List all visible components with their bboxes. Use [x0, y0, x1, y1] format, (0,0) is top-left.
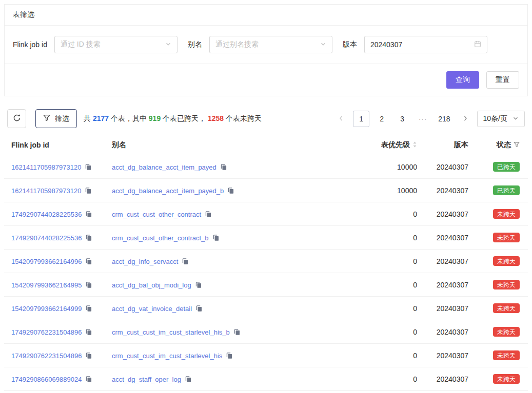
pagination-ellipsis[interactable]: ··· [415, 111, 431, 127]
table-summary: 共 2177 个表，其中 919 个表已跨天， 1258 个表未跨天 [84, 114, 262, 123]
copy-icon[interactable] [195, 305, 203, 312]
job-id-link[interactable]: 1749290866069889024 [11, 376, 82, 383]
alias-cell: acct_dg_vat_invoice_detail [105, 297, 368, 320]
alias-select[interactable]: 通过别名搜索 [209, 36, 332, 53]
job-id-link[interactable]: 1542097993662164999 [11, 305, 82, 313]
alias-link[interactable]: acct_dg_balance_acct_item_payed [112, 163, 216, 171]
job-id-cell: 1621411705987973120 [4, 155, 105, 179]
copy-icon[interactable] [85, 281, 92, 288]
alias-link[interactable]: crm_cust_cust_other_contract_b [112, 234, 209, 242]
version-cell: 20240307 [425, 226, 477, 250]
page-button-2[interactable]: 2 [373, 111, 390, 127]
alias-field: 别名 通过别名搜索 [188, 36, 332, 53]
table-row: 1749290762231504896 crm_cust_cust_im_cus… [4, 320, 528, 344]
table-row: 1542097993662164996 acct_dg_info_servacc… [4, 250, 528, 273]
version-value: 20240307 [370, 40, 402, 49]
alias-cell: acct_dg_balance_acct_item_payed_b [105, 179, 368, 202]
summary-crossed: 919 [149, 114, 161, 122]
page-button-218[interactable]: 218 [435, 111, 453, 127]
job-id-select[interactable]: 通过 ID 搜索 [54, 36, 178, 53]
page: 表筛选 Flink job id 通过 ID 搜索 别名 通过别名搜索 [0, 0, 532, 393]
copy-icon[interactable] [220, 163, 227, 171]
page-button-1[interactable]: 1 [353, 111, 369, 127]
copy-icon[interactable] [227, 187, 234, 194]
status-badge: 未跨天 [493, 374, 520, 384]
status-badge: 未跨天 [493, 327, 520, 337]
copy-icon[interactable] [85, 328, 92, 336]
alias-link[interactable]: acct_dg_balance_acct_item_payed_b [112, 187, 224, 195]
copy-icon[interactable] [185, 376, 192, 383]
table-row: 1749290762231504896 crm_cust_cust_im_cus… [4, 344, 528, 367]
alias-link[interactable]: acct_dg_bal_obj_modi_log [112, 281, 191, 289]
job-id-link[interactable]: 1749290762231504896 [11, 352, 82, 360]
copy-icon[interactable] [85, 352, 92, 359]
copy-icon[interactable] [85, 211, 92, 218]
version-date-input[interactable]: 20240307 [364, 36, 487, 53]
copy-icon[interactable] [205, 211, 212, 218]
alias-link[interactable]: acct_dg_info_servacct [112, 258, 178, 265]
status-badge: 未跨天 [493, 256, 520, 266]
status-badge: 未跨天 [493, 303, 520, 313]
copy-icon[interactable] [195, 281, 202, 288]
status-cell: 未跨天 [477, 273, 528, 297]
alias-link[interactable]: acct_dg_staff_oper_log [112, 376, 181, 383]
reset-button[interactable]: 重置 [486, 71, 519, 89]
refresh-button[interactable] [7, 109, 26, 128]
alias-cell: acct_dg_bal_obj_modi_log [105, 273, 368, 297]
job-id-link[interactable]: 1621411705987973120 [11, 187, 81, 195]
alias-link[interactable]: acct_dg_vat_invoice_detail [112, 305, 192, 313]
job-id-link[interactable]: 1542097993662164995 [11, 281, 82, 289]
filter-toggle-button[interactable]: 筛选 [35, 109, 77, 128]
refresh-icon [13, 114, 21, 123]
table-row: 1542097993662164999 acct_dg_vat_invoice_… [4, 297, 528, 320]
copy-icon[interactable] [85, 163, 92, 171]
job-id-link[interactable]: 1749290744028225536 [11, 211, 82, 218]
job-id-link[interactable]: 1542097993662164996 [11, 258, 82, 265]
alias-cell: acct_dg_staff_oper_log [105, 367, 368, 391]
copy-icon[interactable] [226, 352, 233, 359]
copy-icon[interactable] [233, 328, 241, 336]
filter-toggle-label: 筛选 [55, 114, 69, 123]
table-row: 1749290866069889024 acct_dg_staff_oper_l… [4, 367, 528, 391]
priority-cell: 0 [368, 367, 425, 391]
status-badge: 未跨天 [493, 350, 520, 360]
summary-text: 个表已跨天， [161, 114, 208, 122]
copy-icon[interactable] [85, 376, 92, 383]
job-id-cell: 1749290744028225536 [4, 226, 105, 250]
sort-icon[interactable] [412, 141, 417, 150]
prev-page-button[interactable] [333, 111, 349, 127]
copy-icon[interactable] [182, 258, 189, 265]
table-row: 1542097993662164995 acct_dg_bal_obj_modi… [4, 273, 528, 297]
copy-icon[interactable] [85, 234, 92, 241]
col-header-priority[interactable]: 表优先级 [368, 135, 425, 155]
next-page-button[interactable] [458, 111, 473, 127]
query-button[interactable]: 查询 [446, 71, 479, 89]
page-size-select[interactable]: 10条/页 [477, 111, 525, 127]
job-id-cell: 1749290866069889024 [4, 367, 105, 391]
priority-cell: 0 [368, 226, 425, 250]
table-row: 1621411705987973120 acct_dg_balance_acct… [4, 155, 528, 179]
copy-icon[interactable] [85, 258, 92, 265]
copy-icon[interactable] [85, 187, 92, 194]
alias-link[interactable]: crm_cust_cust_other_contract [112, 211, 201, 218]
job-id-link[interactable]: 1749290762231504896 [11, 328, 82, 336]
alias-link[interactable]: crm_cust_cust_im_cust_starlevel_his_b [112, 328, 230, 336]
job-id-link[interactable]: 1749290744028225536 [11, 234, 82, 242]
status-cell: 未跨天 [477, 344, 528, 367]
page-button-3[interactable]: 3 [394, 111, 410, 127]
summary-total: 2177 [93, 114, 109, 122]
col-header-version: 版本 [425, 135, 477, 155]
status-cell: 已跨天 [477, 155, 528, 179]
copy-icon[interactable] [212, 234, 220, 241]
status-filter-icon[interactable] [514, 141, 520, 149]
col-header-alias: 别名 [105, 135, 368, 155]
alias-placeholder: 通过别名搜索 [215, 40, 259, 49]
alias-link[interactable]: crm_cust_cust_im_cust_starlevel_his [112, 352, 222, 360]
chevron-down-icon [320, 40, 326, 49]
copy-icon[interactable] [85, 305, 92, 312]
priority-cell: 10000 [368, 179, 425, 202]
job-id-link[interactable]: 1621411705987973120 [11, 163, 81, 171]
tables-table: Flink job id 别名 表优先级 版本 状态 [4, 135, 528, 391]
alias-cell: crm_cust_cust_im_cust_starlevel_his_b [105, 320, 368, 344]
job-id-cell: 1749290762231504896 [4, 344, 105, 367]
